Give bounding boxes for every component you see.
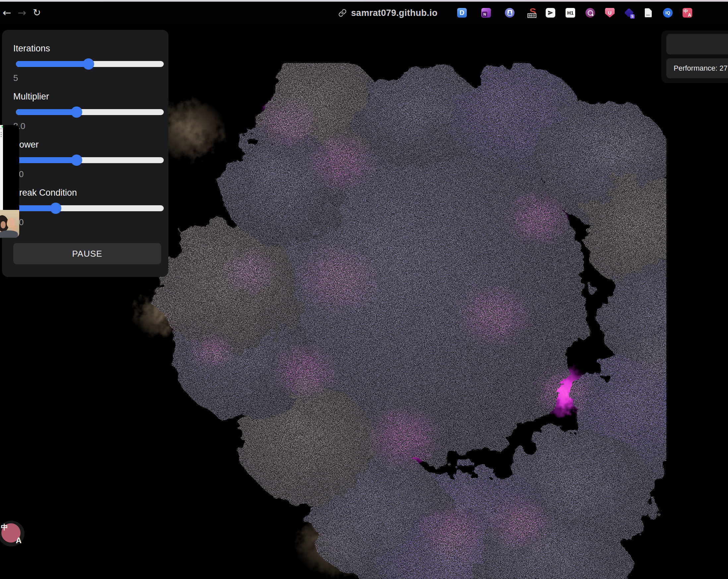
mandelbulb-fractal — [129, 63, 666, 579]
url-text: samrat079.github.io — [351, 8, 438, 18]
reload-icon[interactable]: ↻ — [33, 6, 41, 19]
link-icon — [338, 9, 347, 17]
slider-thumb[interactable] — [83, 58, 94, 70]
participant-face — [1, 221, 6, 228]
translate-a-glyph: A — [688, 12, 691, 18]
extension-ushield-icon[interactable]: U — [605, 8, 615, 18]
extension-d-icon[interactable]: D — [457, 8, 467, 18]
forward-icon[interactable]: → — [18, 6, 26, 19]
screen-share-view[interactable] — [3, 125, 19, 210]
document-glyph — [645, 8, 652, 17]
translate-zh-glyph: 中 — [683, 8, 688, 14]
participant-shirt — [0, 230, 18, 238]
browser-window: { "browser": { "url": "samrat079.github.… — [0, 0, 728, 579]
extension-five-icon[interactable]: 5 — [624, 8, 634, 18]
fractal-canvas[interactable] — [129, 63, 666, 579]
extension-send-icon[interactable] — [546, 8, 555, 18]
window-control-fragment — [0, 128, 3, 129]
extension-seo-icon[interactable]: S SEO — [528, 8, 538, 18]
extension-orb-icon[interactable] — [586, 8, 595, 18]
kebab-menu-icon — [1, 132, 2, 137]
back-icon[interactable]: ← — [3, 6, 11, 19]
extension-contact-badge-icon[interactable] — [505, 8, 515, 18]
extension-iq-icon[interactable]: IQ — [663, 8, 673, 18]
extension-document-icon[interactable] — [644, 8, 653, 18]
performance-text: Performance: 27 — [666, 64, 728, 73]
seo-tag: SEO — [527, 13, 537, 18]
multiplier-label: Multiplier — [13, 92, 49, 102]
paper-plane-glyph — [548, 10, 553, 16]
slider-fill — [16, 61, 88, 67]
iterations-label: Iterations — [13, 44, 50, 54]
address-bar[interactable]: samrat079.github.io — [338, 6, 438, 20]
performance-box: Performance: 27 — [666, 58, 728, 78]
translate-a-glyph: A — [16, 536, 22, 545]
iterations-slider[interactable] — [16, 61, 164, 67]
webcam-thumbnail[interactable] — [0, 210, 19, 238]
power-slider[interactable] — [16, 157, 164, 163]
stats-panel: Performance: 27 — [661, 30, 728, 83]
iterations-value: 5 — [13, 73, 18, 83]
break-condition-slider[interactable] — [16, 205, 164, 211]
browser-toolbar: ← → ↻ samrat079.github.io D N S SEO H1 U… — [0, 2, 728, 23]
iterations-slider-group: Iterations 5 — [2, 44, 168, 87]
break-condition-label: Break Condition — [13, 188, 77, 198]
pause-button[interactable]: PAUSE — [13, 243, 161, 264]
extension-translate-icon[interactable]: 中 A — [682, 8, 692, 18]
id-card-glyph — [508, 10, 512, 16]
translate-floating-button[interactable]: 中 A — [0, 521, 25, 547]
stats-empty-box — [666, 34, 728, 54]
break-condition-slider-group: Break Condition 0 — [2, 188, 168, 231]
power-slider-group: Power 0 — [2, 140, 168, 183]
multiplier-slider[interactable] — [16, 109, 164, 115]
onenote-letter: N — [482, 11, 487, 17]
slider-fill — [16, 157, 77, 163]
fractal-controls-panel: Iterations 5 Multiplier 8.0 Power 0 Brea… — [2, 30, 168, 277]
slider-thumb[interactable] — [71, 106, 82, 118]
orb-glyph — [588, 10, 593, 16]
slider-thumb[interactable] — [71, 154, 82, 166]
slider-fill — [16, 109, 77, 115]
extension-h1-icon[interactable]: H1 — [566, 8, 575, 18]
slider-fill — [16, 205, 56, 211]
slider-thumb[interactable] — [50, 203, 61, 214]
extension-onenote-icon[interactable]: N — [482, 8, 491, 18]
multiplier-slider-group: Multiplier 8.0 — [2, 92, 168, 135]
five-badge: 5 — [630, 14, 634, 19]
translate-zh-glyph: 中 — [1, 523, 8, 532]
